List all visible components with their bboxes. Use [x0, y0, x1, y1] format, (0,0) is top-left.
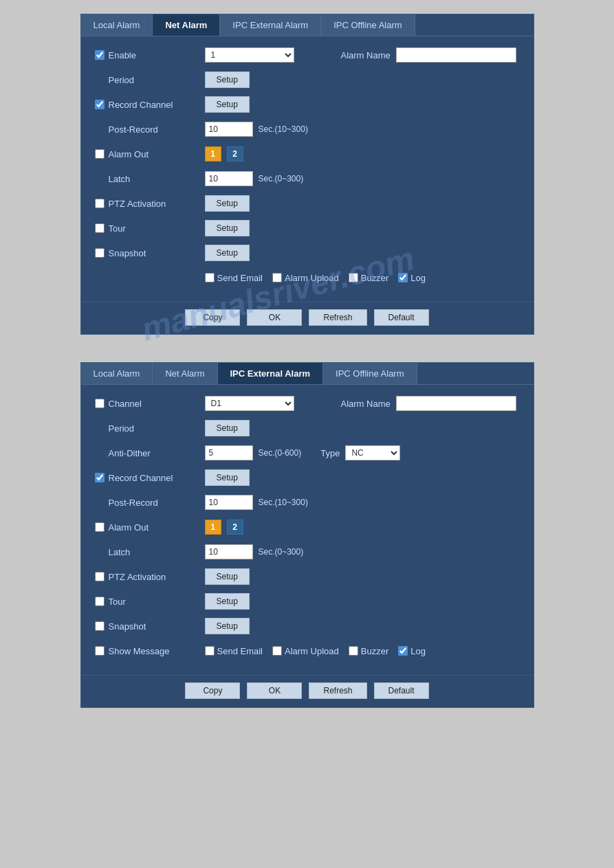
show-message-label-2: Show Message	[109, 646, 170, 656]
tour-checkbox-1[interactable]	[95, 223, 105, 233]
record-channel-checkbox-2[interactable]	[95, 473, 105, 482]
tour-row-2: Tour Setup	[95, 592, 520, 610]
show-message-row-2: Show Message Send Email Alarm Upload Buz…	[95, 642, 520, 660]
ptz-checkbox-1[interactable]	[95, 199, 105, 208]
anti-dither-unit-2: Sec.(0-600)	[259, 448, 302, 458]
alarm-name-input-2[interactable]	[396, 396, 516, 411]
tab-ipc-offline-alarm-2[interactable]: IPC Offline Alarm	[323, 363, 417, 384]
latch-content-2: Sec.(0~300)	[205, 544, 520, 559]
log-checkbox-2[interactable]	[398, 646, 408, 656]
record-channel-content-1: Setup	[205, 96, 520, 113]
alarm-upload-checkbox-1[interactable]	[272, 273, 282, 282]
tour-content-2: Setup	[205, 593, 520, 610]
snapshot-checkbox-2[interactable]	[95, 621, 105, 631]
send-email-checkbox-1[interactable]	[205, 273, 215, 282]
period-setup-btn-2[interactable]: Setup	[205, 420, 250, 436]
tab-bar-2: Local Alarm Net Alarm IPC External Alarm…	[81, 363, 534, 385]
tab-local-alarm-1[interactable]: Local Alarm	[81, 14, 153, 36]
log-checkbox-1[interactable]	[398, 273, 408, 282]
latch-label-1: Latch	[109, 174, 131, 184]
post-record-input-1[interactable]	[205, 122, 253, 137]
enable-checkbox[interactable]	[95, 50, 105, 60]
snapshot-setup-btn-2[interactable]: Setup	[205, 618, 250, 634]
record-channel-row-1: Record Channel Setup	[95, 96, 520, 113]
buzzer-checkbox-1[interactable]	[349, 273, 358, 282]
send-email-label-2: Send Email	[217, 646, 263, 656]
alarm-name-label-1: Alarm Name	[341, 50, 391, 60]
alarm-out-row-1: Alarm Out 1 2	[95, 145, 520, 163]
tour-setup-btn-1[interactable]: Setup	[205, 220, 250, 236]
log-item-2: Log	[398, 646, 426, 656]
channel-checkbox-2[interactable]	[95, 399, 105, 408]
tab-net-alarm-2[interactable]: Net Alarm	[153, 363, 217, 384]
snapshot-setup-btn-1[interactable]: Setup	[205, 245, 250, 261]
default-btn-2[interactable]: Default	[374, 682, 429, 699]
default-btn-1[interactable]: Default	[374, 309, 429, 326]
alarm-out-btn-2-1[interactable]: 1	[205, 520, 221, 535]
tour-checkbox-2[interactable]	[95, 597, 105, 606]
log-label-1: Log	[410, 273, 426, 283]
alarm-upload-checkbox-2[interactable]	[272, 646, 282, 656]
record-channel-checkbox-1[interactable]	[95, 100, 105, 109]
period-content-1: Setup	[205, 71, 520, 88]
ok-btn-2[interactable]: OK	[247, 682, 302, 699]
buzzer-item-1: Buzzer	[349, 273, 388, 283]
post-record-label-2: Post-Record	[109, 498, 158, 508]
alarm-out-btn-2-2[interactable]: 2	[227, 520, 243, 535]
snapshot-checkbox-1[interactable]	[95, 248, 105, 258]
tour-label-col-1: Tour	[95, 223, 205, 234]
alarm-out-label-col-2: Alarm Out	[95, 522, 205, 533]
ptz-setup-btn-1[interactable]: Setup	[205, 195, 250, 212]
latch-content-1: Sec.(0~300)	[205, 171, 520, 186]
record-channel-setup-btn-2[interactable]: Setup	[205, 469, 250, 486]
buzzer-checkbox-2[interactable]	[349, 646, 358, 656]
post-record-input-2[interactable]	[205, 495, 253, 510]
refresh-btn-2[interactable]: Refresh	[309, 682, 366, 699]
tab-bar-1: Local Alarm Net Alarm IPC External Alarm…	[81, 14, 534, 36]
latch-row-1: Latch Sec.(0~300)	[95, 170, 520, 188]
tab-ipc-external-alarm-1[interactable]: IPC External Alarm	[220, 14, 321, 36]
tour-setup-btn-2[interactable]: Setup	[205, 593, 250, 610]
alarm-out-checkbox-2[interactable]	[95, 522, 105, 532]
alarm-out-btn-1-2[interactable]: 2	[227, 146, 243, 162]
channel-select-1[interactable]: 1	[205, 47, 294, 63]
channel-select-2[interactable]: D1	[205, 396, 294, 411]
type-select-2[interactable]: NC NO	[345, 445, 400, 460]
tab-ipc-offline-alarm-1[interactable]: IPC Offline Alarm	[321, 14, 415, 36]
anti-dither-input-2[interactable]	[205, 445, 253, 460]
record-channel-label-col-1: Record Channel	[95, 100, 205, 110]
anti-dither-label-col-2: Anti-Dither	[95, 448, 205, 458]
tab-ipc-external-alarm-2[interactable]: IPC External Alarm	[218, 363, 324, 384]
snapshot-row-1: Snapshot Setup	[95, 244, 520, 262]
ptz-setup-btn-2[interactable]: Setup	[205, 568, 250, 585]
alarm-out-label-col-1: Alarm Out	[95, 149, 205, 159]
enable-row: Enable 1 Alarm Name	[95, 46, 520, 64]
record-channel-setup-btn-1[interactable]: Setup	[205, 96, 250, 113]
refresh-btn-1[interactable]: Refresh	[309, 309, 366, 326]
send-email-checkbox-2[interactable]	[205, 646, 215, 656]
tab-local-alarm-2[interactable]: Local Alarm	[81, 363, 153, 384]
latch-input-1[interactable]	[205, 171, 253, 186]
snapshot-label-2: Snapshot	[109, 621, 146, 632]
latch-input-2[interactable]	[205, 544, 253, 559]
period-label-1: Period	[95, 75, 205, 85]
panel-net-alarm: Local Alarm Net Alarm IPC External Alarm…	[80, 14, 534, 335]
log-label-2: Log	[410, 646, 426, 656]
alarm-name-input-1[interactable]	[396, 47, 516, 63]
post-record-label-col-2: Post-Record	[95, 498, 205, 508]
send-email-item-1: Send Email	[205, 273, 263, 283]
ptz-row-1: PTZ Activation Setup	[95, 194, 520, 212]
alarm-upload-item-1: Alarm Upload	[272, 273, 339, 283]
tour-row-1: Tour Setup	[95, 219, 520, 237]
period-setup-btn-1[interactable]: Setup	[205, 71, 250, 88]
ptz-checkbox-2[interactable]	[95, 572, 105, 581]
alarm-out-checkbox-1[interactable]	[95, 149, 105, 159]
show-message-checkbox-2[interactable]	[95, 646, 105, 656]
channel-label-2: Channel	[109, 399, 142, 409]
alarm-out-btn-1-1[interactable]: 1	[205, 146, 221, 162]
copy-btn-2[interactable]: Copy	[185, 682, 240, 699]
ok-btn-1[interactable]: OK	[247, 309, 302, 326]
copy-btn-1[interactable]: Copy	[185, 309, 240, 326]
tab-net-alarm-1[interactable]: Net Alarm	[153, 14, 220, 36]
post-record-label-1: Post-Record	[109, 124, 158, 135]
